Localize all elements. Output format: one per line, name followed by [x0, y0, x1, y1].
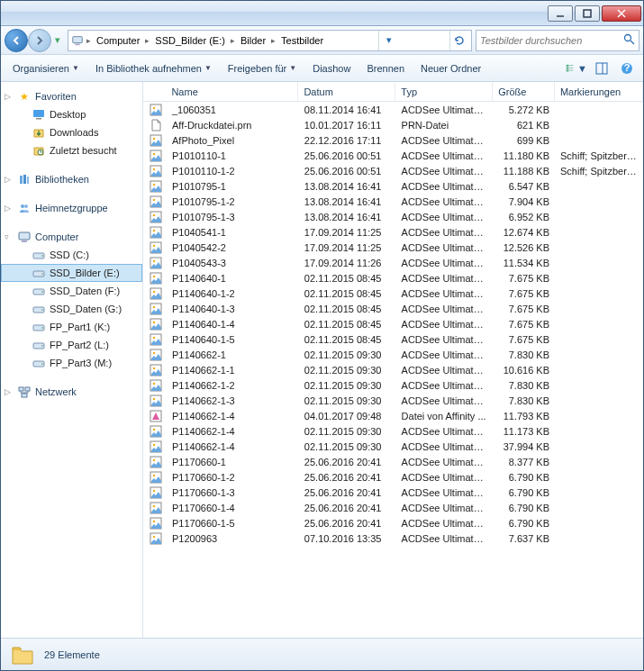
file-row[interactable]: P1170660-1-225.06.2016 20:41ACDSee Ultim… [143, 469, 643, 485]
desktop-icon [32, 107, 46, 122]
file-row[interactable]: AfPhoto_Pixel22.12.2016 17:11ACDSee Ulti… [143, 132, 643, 148]
refresh-button[interactable] [449, 31, 469, 50]
file-row[interactable]: P1010795-1-313.08.2014 16:41ACDSee Ultim… [143, 209, 643, 224]
back-button[interactable] [5, 29, 28, 52]
file-date: 02.11.2015 09:30 [299, 426, 396, 437]
libraries-group[interactable]: ▷Bibliotheken [1, 170, 142, 188]
file-row[interactable]: _106035108.11.2014 16:41ACDSee Ultimate … [143, 102, 643, 117]
search-input[interactable] [480, 35, 623, 46]
crumb-drive[interactable]: SSD_Bilder (E:) [151, 31, 229, 50]
file-date: 25.06.2016 20:41 [299, 487, 396, 498]
file-row[interactable]: P120096307.10.2016 13:35ACDSee Ultimate … [143, 530, 643, 546]
share-button[interactable]: Freigeben für▼ [222, 60, 303, 77]
view-button[interactable]: ▼ [566, 59, 587, 78]
file-row[interactable]: P1040541-117.09.2014 11:25ACDSee Ultimat… [143, 224, 643, 240]
file-date: 02.11.2015 08:45 [299, 319, 396, 330]
file-row[interactable]: P1010795-113.08.2014 16:41ACDSee Ultimat… [143, 178, 643, 194]
file-icon [149, 133, 163, 148]
file-row[interactable]: Aff-Druckdatei.prn10.01.2017 16:11PRN-Da… [143, 117, 643, 132]
maximize-button[interactable] [575, 5, 600, 22]
file-row[interactable]: P1140640-1-202.11.2015 08:45ACDSee Ultim… [143, 286, 643, 301]
drive-icon [32, 302, 46, 316]
col-size[interactable]: Größe [493, 82, 555, 101]
breadcrumb[interactable]: ▸ Computer▸ SSD_Bilder (E:)▸ Bilder▸ Tes… [68, 30, 472, 51]
file-icon [149, 485, 163, 500]
crumb-folder1[interactable]: Bilder [237, 31, 269, 50]
favorites-group[interactable]: ▷★Favoriten [1, 87, 142, 105]
forward-button[interactable] [28, 29, 51, 52]
nav-drive-2[interactable]: SSD_Daten (F:) [1, 282, 142, 300]
file-list[interactable]: _106035108.11.2014 16:41ACDSee Ultimate … [143, 102, 643, 638]
file-row[interactable]: P1140662-1-102.11.2015 09:30ACDSee Ultim… [143, 362, 643, 377]
minimize-button[interactable] [548, 5, 573, 22]
file-name: P1140662-1-4 [167, 426, 299, 437]
file-size: 37.994 KB [493, 441, 555, 452]
file-row[interactable]: P1170660-1-525.06.2016 20:41ACDSee Ultim… [143, 515, 643, 530]
organize-button[interactable]: Organisieren▼ [6, 60, 86, 77]
drive-icon [32, 266, 46, 280]
refresh-dropdown[interactable]: ▾ [378, 31, 398, 50]
slideshow-button[interactable]: Diashow [306, 60, 357, 77]
nav-drive-3[interactable]: SSD_Daten (G:) [1, 300, 142, 318]
svg-line-7 [630, 41, 634, 44]
file-row[interactable]: P1010110-1-225.06.2016 00:51ACDSee Ultim… [143, 163, 643, 178]
computer-group[interactable]: ▿Computer [1, 228, 142, 246]
file-row[interactable]: P1140640-1-502.11.2015 08:45ACDSee Ultim… [143, 331, 643, 347]
file-row[interactable]: P1170660-1-425.06.2016 20:41ACDSee Ultim… [143, 500, 643, 515]
file-row[interactable]: P1140640-1-302.11.2015 08:45ACDSee Ultim… [143, 301, 643, 316]
svg-point-95 [153, 504, 156, 507]
file-row[interactable]: P1140662-102.11.2015 09:30ACDSee Ultimat… [143, 347, 643, 362]
include-library-button[interactable]: In Bibliothek aufnehmen▼ [89, 60, 218, 77]
navigation-pane[interactable]: ▷★Favoriten Desktop Downloads Zuletzt be… [1, 82, 143, 638]
file-row[interactable]: P1010795-1-213.08.2014 16:41ACDSee Ultim… [143, 194, 643, 209]
file-row[interactable]: P1140640-1-402.11.2015 08:45ACDSee Ultim… [143, 316, 643, 331]
nav-recent[interactable]: Zuletzt besucht [1, 141, 142, 159]
file-date: 08.11.2014 16:41 [299, 104, 396, 115]
col-date[interactable]: Datum [298, 82, 395, 101]
address-bar-row: ▾ ▸ Computer▸ SSD_Bilder (E:)▸ Bilder▸ T… [1, 26, 643, 55]
file-row[interactable]: P1140640-102.11.2015 08:45ACDSee Ultimat… [143, 270, 643, 286]
file-type: ACDSee Ultimate ... [396, 227, 494, 238]
search-box[interactable] [476, 30, 639, 51]
col-name[interactable]: Name [166, 82, 298, 101]
svg-rect-44 [22, 394, 27, 397]
file-row[interactable]: P1040542-217.09.2014 11:25ACDSee Ultimat… [143, 240, 643, 255]
file-size: 12.674 KB [493, 227, 555, 238]
nav-drive-5[interactable]: FP_Part2 (L:) [1, 336, 142, 354]
svg-point-6 [625, 35, 631, 41]
file-type: ACDSee Ultimate ... [396, 518, 494, 529]
col-type[interactable]: Typ [395, 82, 493, 101]
network-group[interactable]: ▷Netzwerk [1, 383, 142, 401]
new-folder-button[interactable]: Neuer Ordner [414, 60, 487, 77]
file-row[interactable]: P1140662-1-302.11.2015 09:30ACDSee Ultim… [143, 393, 643, 408]
file-tags: Schiff; Spitzbergen [555, 166, 643, 177]
nav-drive-6[interactable]: FP_Part3 (M:) [1, 354, 142, 372]
file-type: ACDSee Ultimate ... [396, 104, 494, 115]
nav-downloads[interactable]: Downloads [1, 123, 142, 141]
nav-drive-1[interactable]: SSD_Bilder (E:) [1, 264, 142, 282]
file-row[interactable]: P1040543-317.09.2014 11:26ACDSee Ultimat… [143, 255, 643, 270]
nav-drive-0[interactable]: SSD (C:) [1, 246, 142, 264]
file-row[interactable]: P1140662-1-404.01.2017 09:48Datei von Af… [143, 408, 643, 423]
crumb-folder2[interactable]: Testbilder [277, 31, 327, 50]
nav-desktop[interactable]: Desktop [1, 105, 142, 123]
help-button[interactable]: ? [616, 59, 638, 78]
homegroup-group[interactable]: ▷Heimnetzgruppe [1, 199, 142, 217]
file-row[interactable]: P1010110-125.06.2016 00:51ACDSee Ultimat… [143, 148, 643, 163]
file-row[interactable]: P1140662-1-402.11.2015 09:30ACDSee Ultim… [143, 439, 643, 454]
file-size: 7.675 KB [493, 273, 555, 284]
file-row[interactable]: P1170660-125.06.2016 20:41ACDSee Ultimat… [143, 454, 643, 469]
crumb-computer[interactable]: Computer [93, 31, 143, 50]
preview-pane-button[interactable] [591, 59, 612, 78]
history-dropdown[interactable]: ▾ [51, 29, 64, 52]
close-button[interactable] [602, 5, 641, 22]
col-tags[interactable]: Markierungen [555, 82, 643, 101]
nav-drive-4[interactable]: FP_Part1 (K:) [1, 318, 142, 336]
file-row[interactable]: P1140662-1-402.11.2015 09:30ACDSee Ultim… [143, 423, 643, 439]
file-icon [149, 317, 163, 331]
file-icon [149, 348, 163, 362]
file-icon [149, 440, 163, 454]
burn-button[interactable]: Brennen [360, 60, 411, 77]
file-row[interactable]: P1140662-1-202.11.2015 09:30ACDSee Ultim… [143, 377, 643, 393]
file-row[interactable]: P1170660-1-325.06.2016 20:41ACDSee Ultim… [143, 485, 643, 500]
